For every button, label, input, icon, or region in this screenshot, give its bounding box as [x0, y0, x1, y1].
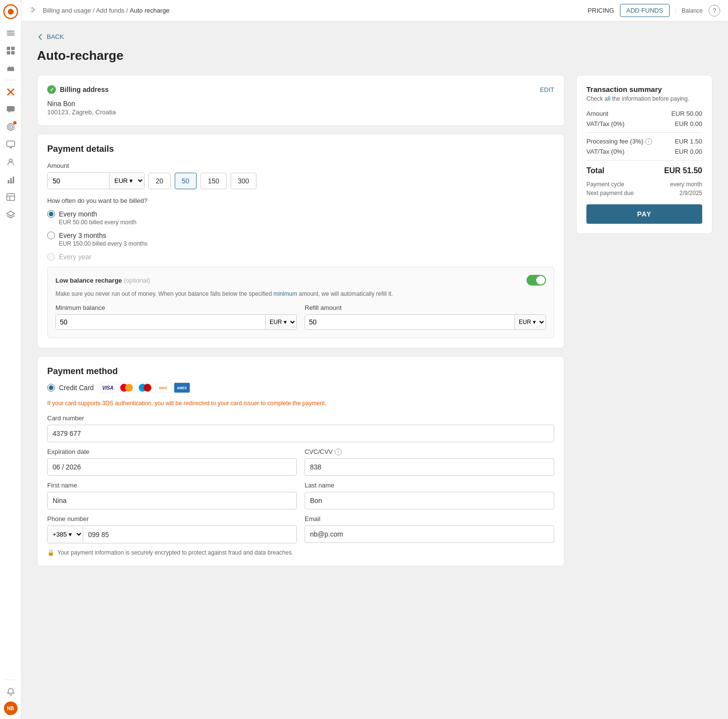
txn-total-row: Total EUR 51.50 — [586, 166, 702, 175]
expiry-field: Expiration date — [47, 448, 297, 476]
sidebar-item-person[interactable] — [3, 154, 18, 170]
breadcrumb: Billing and usage / Add funds / Auto rec… — [43, 7, 582, 14]
txn-vat2-row: VAT/Tax (0%) EUR 0.00 — [586, 148, 702, 155]
amount-btn-300[interactable]: 300 — [231, 173, 256, 189]
refill-label: Refill amount — [305, 304, 546, 311]
lock-icon: 🔒 — [47, 549, 55, 556]
page-title: Auto-recharge — [37, 48, 712, 63]
breadcrumb-add-funds[interactable]: Add funds — [96, 7, 125, 14]
sidebar-item-layers[interactable] — [3, 207, 18, 222]
sidebar-item-monitor[interactable] — [3, 137, 18, 152]
billing-radio-quarterly[interactable] — [47, 232, 55, 239]
min-balance-input[interactable] — [56, 315, 265, 329]
sidebar-item-x[interactable] — [3, 84, 18, 100]
last-name-input[interactable] — [305, 492, 554, 509]
sidebar-divider — [5, 80, 17, 80]
notification-icon[interactable] — [3, 684, 18, 700]
add-funds-button[interactable]: ADD FUNDS — [620, 4, 670, 17]
phone-field: Phone number +385 ▾ — [47, 515, 297, 543]
last-name-label: Last name — [305, 482, 554, 489]
amount-btn-50[interactable]: 50 — [175, 173, 197, 189]
low-balance-desc: Make sure you never run out of money. Wh… — [55, 289, 546, 298]
billing-radio-yearly[interactable] — [47, 253, 55, 261]
check-circle-icon: ✓ — [47, 85, 56, 94]
sidebar-divider-bottom — [5, 680, 17, 680]
main: Billing and usage / Add funds / Auto rec… — [21, 0, 728, 719]
minimum-link[interactable]: minimum — [273, 290, 297, 297]
billing-option-quarterly: Every 3 months EUR 150.00 billed every 3… — [47, 232, 554, 247]
pay-button[interactable]: PAY — [586, 204, 702, 224]
visa-icon: VISA — [100, 382, 116, 393]
app-logo[interactable] — [3, 4, 18, 19]
card-number-field: Card number — [47, 414, 554, 442]
billing-sublabel-monthly: EUR 50.00 billed every month — [59, 219, 554, 226]
svg-rect-20 — [7, 141, 15, 146]
email-field: Email — [305, 515, 554, 543]
min-balance-field: Minimum balance EUR ▾ — [55, 304, 297, 330]
txn-amount-row: Amount EUR 50.00 — [586, 110, 702, 117]
credit-card-radio[interactable] — [47, 384, 55, 392]
txn-vat2-value: EUR 0.00 — [675, 148, 702, 155]
amount-btn-20[interactable]: 20 — [148, 173, 171, 189]
billing-option-yearly: Every year — [47, 253, 554, 261]
fee-info-icon[interactable]: i — [645, 138, 652, 145]
first-name-input[interactable] — [47, 492, 297, 509]
billing-title: ✓ Billing address — [47, 85, 109, 94]
txn-vat1-value: EUR 0.00 — [675, 120, 702, 127]
expiry-input[interactable] — [47, 458, 297, 476]
phone-label: Phone number — [47, 515, 297, 522]
sidebar-item-table[interactable] — [3, 189, 18, 205]
amount-input[interactable] — [48, 173, 109, 189]
sidebar-item-chat[interactable] — [3, 102, 18, 117]
refill-input[interactable] — [305, 315, 514, 329]
discover-icon: DISC — [155, 382, 172, 393]
txn-vat1-row: VAT/Tax (0%) EUR 0.00 — [586, 120, 702, 127]
txn-all-link[interactable]: all — [604, 95, 610, 102]
email-input[interactable] — [305, 525, 554, 543]
svg-rect-28 — [7, 194, 15, 200]
phone-input[interactable] — [83, 526, 296, 543]
low-balance-toggle[interactable] — [527, 275, 546, 286]
breadcrumb-sep2: / — [126, 7, 129, 14]
txn-cycle-row: Payment cycle every month — [586, 181, 702, 188]
low-balance-title: Low balance recharge (optional) — [55, 277, 150, 284]
txn-amount-label: Amount — [586, 110, 608, 117]
pricing-link[interactable]: PRICING — [588, 7, 614, 14]
edit-billing-link[interactable]: EDIT — [540, 86, 554, 93]
txn-title: Transaction summary — [586, 85, 702, 93]
cvc-info-icon[interactable]: i — [335, 449, 342, 455]
sidebar-item-cloud[interactable] — [3, 60, 18, 76]
refill-field: Refill amount EUR ▾ — [305, 304, 546, 330]
sidebar-item-chart[interactable] — [3, 172, 18, 187]
expand-nav-icon[interactable] — [29, 6, 37, 16]
help-icon[interactable]: ? — [709, 5, 720, 17]
svg-rect-8 — [11, 51, 15, 54]
breadcrumb-billing[interactable]: Billing and usage — [43, 7, 91, 14]
txn-next-label: Next payment due — [586, 190, 634, 197]
card-number-input[interactable] — [47, 425, 554, 442]
billing-address-label: Billing address — [60, 86, 109, 93]
maestro-icon — [137, 382, 153, 393]
min-balance-label: Minimum balance — [55, 304, 297, 311]
billing-radio-monthly[interactable] — [47, 210, 55, 218]
user-avatar[interactable]: NB — [4, 701, 18, 715]
sidebar-item-expand[interactable] — [3, 25, 18, 41]
svg-point-19 — [10, 126, 11, 128]
payment-details-title: Payment details — [47, 144, 554, 154]
min-balance-currency[interactable]: EUR ▾ — [265, 315, 296, 329]
billing-label-quarterly: Every 3 months — [59, 232, 106, 239]
cvc-input[interactable] — [305, 458, 554, 476]
sidebar-item-target[interactable] — [3, 119, 18, 135]
phone-country-select[interactable]: +385 ▾ — [48, 526, 83, 543]
refill-currency[interactable]: EUR ▾ — [514, 315, 546, 329]
cvc-field: CVC/CVV i — [305, 448, 554, 476]
left-panel: ✓ Billing address EDIT Nina Bon 100123, … — [37, 75, 564, 566]
amount-input-wrap: EUR ▾ USD ▾ — [47, 172, 145, 189]
sidebar-item-grid[interactable] — [3, 43, 18, 58]
svg-marker-16 — [9, 111, 11, 113]
back-link[interactable]: BACK — [37, 33, 712, 40]
txn-vat2-label: VAT/Tax (0%) — [586, 148, 624, 155]
amount-btn-150[interactable]: 150 — [200, 173, 226, 189]
phone-email-row: Phone number +385 ▾ Email — [47, 515, 554, 543]
currency-select[interactable]: EUR ▾ USD ▾ — [109, 173, 144, 189]
